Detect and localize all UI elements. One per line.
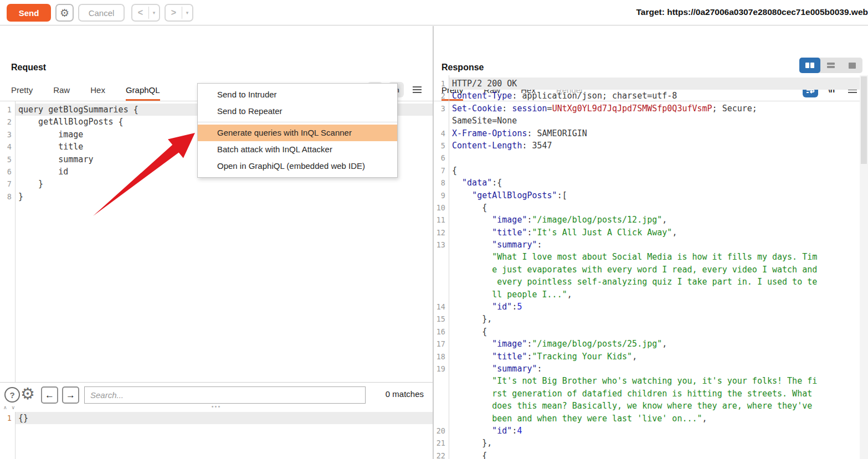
line-number: 5 [434, 140, 449, 152]
gutter-divider [449, 75, 449, 459]
collapse-expand-icons[interactable]: ∧∨ [3, 405, 19, 410]
scrollbar-thumb[interactable] [861, 76, 867, 164]
request-tab-pretty[interactable]: Pretty [11, 81, 33, 101]
chevron-down-icon[interactable]: ▾ [149, 5, 159, 20]
code-text: "What I love most about Social Media is … [449, 251, 868, 263]
request-search-bar: ? ⚙ ← → 0 matches [0, 382, 433, 406]
gutter-divider [15, 101, 16, 384]
line-number: 11 [434, 214, 449, 226]
code-line: 1HTTP/2 200 OK [434, 78, 868, 90]
code-text: "data":{ [449, 177, 868, 189]
code-text: { [449, 450, 868, 459]
code-line: 14 "id":5 [434, 301, 868, 313]
layout-switcher [799, 58, 862, 73]
code-line: "What I love most about Social Media is … [434, 251, 868, 263]
line-number [434, 388, 449, 400]
code-text: } [15, 190, 433, 203]
line-number: 2 [434, 90, 449, 102]
code-line: 8 "data":{ [434, 177, 868, 189]
code-line: does this mean? Basically, we know where… [434, 400, 868, 412]
next-request-button[interactable]: > ▾ [165, 4, 193, 22]
graphql-variables-editor[interactable]: 1{} [0, 412, 433, 459]
editor-menu-button[interactable] [409, 82, 425, 97]
response-panel: Response PrettyRawHexRender \n 1HTTP/2 2… [434, 26, 868, 459]
line-number [434, 251, 449, 263]
code-text: Content-Length: 3547 [449, 140, 868, 152]
response-editor[interactable]: 1HTTP/2 200 OK2Content-Type: application… [434, 75, 868, 459]
code-text: "image":"/image/blog/posts/12.jpg", [449, 214, 868, 226]
code-line: 20 "id":4 [434, 425, 868, 437]
code-line: SameSite=None [434, 115, 868, 127]
code-line: been and when they were last 'live' on..… [434, 412, 868, 425]
splitter-handle-icon[interactable]: ••• [212, 403, 222, 410]
code-line: every pointless self-analyzing quiz I ta… [434, 276, 868, 288]
layout-rows-button[interactable] [820, 58, 841, 73]
arrow-right-icon: → [66, 390, 75, 401]
chevron-left-icon[interactable]: < [132, 5, 148, 20]
code-text: { [449, 164, 868, 177]
code-text: rst generation of datafied children is h… [449, 388, 868, 400]
request-tab-raw[interactable]: Raw [53, 81, 70, 101]
context-menu: Send to IntruderSend to RepeaterGenerate… [197, 83, 398, 178]
send-button[interactable]: Send [7, 4, 51, 22]
line-number: 9 [434, 189, 449, 202]
arrow-left-icon: ← [45, 390, 54, 401]
line-number [434, 288, 449, 301]
chevron-right-icon[interactable]: > [166, 5, 182, 20]
response-scrollbar[interactable] [860, 75, 868, 459]
search-settings-gear-icon[interactable]: ⚙ [20, 384, 35, 403]
line-number [434, 276, 449, 288]
help-icon[interactable]: ? [4, 387, 20, 403]
request-tab-hex[interactable]: Hex [90, 81, 105, 101]
line-number: 6 [0, 166, 15, 178]
code-text: SameSite=None [449, 115, 868, 127]
code-text: "summary": [449, 239, 868, 251]
line-number: 22 [434, 450, 449, 459]
line-number [434, 115, 449, 127]
code-line: 12 "title":"It's All Just A Click Away", [434, 226, 868, 239]
request-tab-graphql[interactable]: GraphQL [126, 81, 160, 101]
code-text: been and when they were last 'live' on..… [449, 412, 868, 425]
line-number: 21 [434, 437, 449, 449]
line-number: 16 [434, 326, 449, 338]
send-settings-gear-icon[interactable]: ⚙ [55, 4, 74, 22]
rows-layout-icon [827, 63, 835, 68]
code-line: ll people I...", [434, 288, 868, 301]
context-menu-item-open-in-graphiql-embedded-web-ide[interactable]: Open in GraphiQL (embedded web IDE) [198, 158, 397, 174]
previous-request-button[interactable]: < ▾ [131, 4, 160, 22]
response-panel-title: Response [441, 63, 484, 73]
context-menu-item-generate-queries-with-inql-scanner[interactable]: Generate queries with InQL Scanner [198, 125, 397, 141]
code-line: "It's not Big Brother who's watching you… [434, 375, 868, 387]
context-menu-item-send-to-repeater[interactable]: Send to Repeater [198, 103, 397, 120]
line-number: 3 [0, 128, 15, 141]
code-line: rst generation of datafied children is h… [434, 388, 868, 400]
search-input[interactable] [84, 386, 366, 404]
code-text: }, [449, 313, 868, 325]
code-line: 18 "title":"Tracking Your Kids", [434, 350, 868, 363]
context-menu-item-send-to-intruder[interactable]: Send to Intruder [198, 86, 397, 103]
line-number: 17 [434, 338, 449, 350]
code-line: 7{ [434, 164, 868, 177]
layout-single-button[interactable] [841, 58, 862, 73]
code-text: "image":"/image/blog/posts/25.jpg", [449, 338, 868, 350]
cancel-button[interactable]: Cancel [78, 4, 125, 22]
query-variables-splitter[interactable]: ∧∨ ••• [0, 406, 433, 412]
code-line: 1{} [0, 412, 433, 424]
chevron-down-icon[interactable]: ▾ [182, 5, 192, 20]
code-text: every pointless self-analyzing quiz I ta… [449, 276, 868, 288]
search-next-button[interactable]: → [62, 386, 79, 404]
code-line: 15 }, [434, 313, 868, 325]
code-line: 13 "summary": [434, 239, 868, 251]
context-menu-item-batch-attack-with-inql-attacker[interactable]: Batch attack with InQL Attacker [198, 141, 397, 158]
code-text: ll people I...", [449, 288, 868, 301]
code-line: 21 }, [434, 437, 868, 449]
code-text: "title":"It's All Just A Click Away", [449, 226, 868, 239]
line-number [434, 375, 449, 387]
line-number: 19 [434, 363, 449, 375]
line-number [434, 400, 449, 412]
layout-columns-button[interactable] [799, 58, 820, 73]
code-line: 11 "image":"/image/blog/posts/12.jpg", [434, 214, 868, 226]
code-text [449, 152, 868, 164]
code-text: { [449, 202, 868, 214]
search-previous-button[interactable]: ← [41, 386, 58, 404]
